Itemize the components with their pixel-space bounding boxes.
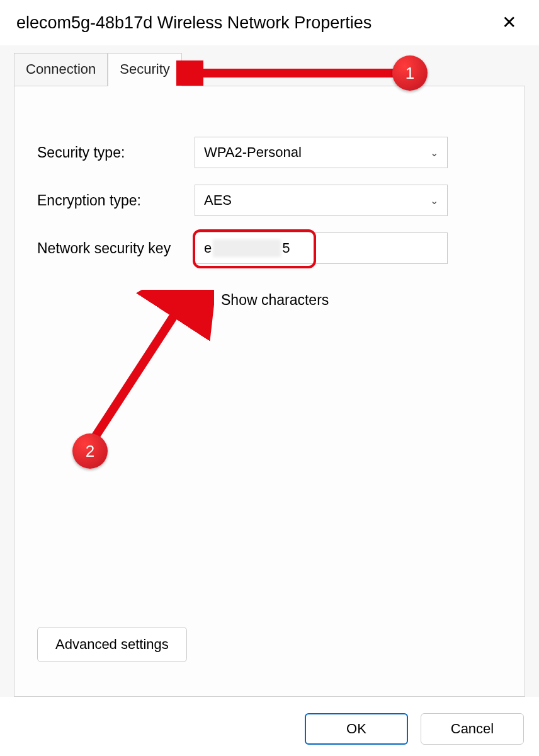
tab-container: Connection Security Security type: WPA2-…: [0, 45, 539, 697]
security-type-label: Security type:: [37, 144, 195, 161]
row-security-type: Security type: WPA2-Personal ⌄: [37, 137, 502, 168]
tab-connection[interactable]: Connection: [14, 53, 108, 86]
advanced-settings-button[interactable]: Advanced settings: [37, 627, 187, 662]
network-key-prefix: e: [204, 240, 212, 256]
row-network-key: Network security key e 5: [37, 232, 502, 264]
tabs: Connection Security: [0, 53, 539, 86]
network-key-label: Network security key: [37, 240, 195, 257]
chevron-down-icon: ⌄: [430, 147, 438, 159]
cancel-button[interactable]: Cancel: [421, 713, 524, 745]
annotation-badge-1: 1: [392, 55, 428, 91]
security-panel: Security type: WPA2-Personal ⌄ Encryptio…: [14, 86, 525, 697]
encryption-type-value: AES: [204, 192, 232, 209]
window-title: elecom5g-48b17d Wireless Network Propert…: [16, 13, 372, 33]
network-key-input[interactable]: e 5: [195, 232, 448, 264]
row-show-characters: ✓ Show characters: [195, 290, 502, 309]
show-characters-checkbox[interactable]: ✓: [195, 290, 213, 309]
checkmark-icon: ✓: [199, 294, 210, 306]
row-encryption-type: Encryption type: AES ⌄: [37, 185, 502, 216]
titlebar: elecom5g-48b17d Wireless Network Propert…: [0, 0, 539, 45]
security-type-value: WPA2-Personal: [204, 144, 302, 161]
ok-button[interactable]: OK: [305, 713, 408, 745]
dialog-footer: OK Cancel: [305, 713, 524, 745]
encryption-type-label: Encryption type:: [37, 192, 195, 209]
network-key-suffix: 5: [282, 240, 290, 256]
security-type-select[interactable]: WPA2-Personal ⌄: [195, 137, 448, 168]
encryption-type-select[interactable]: AES ⌄: [195, 185, 448, 216]
network-key-redacted: [213, 239, 281, 257]
chevron-down-icon: ⌄: [430, 195, 438, 207]
show-characters-label: Show characters: [221, 292, 329, 309]
tab-security[interactable]: Security: [108, 53, 181, 86]
annotation-badge-2: 2: [72, 433, 108, 469]
close-icon[interactable]: ✕: [497, 11, 521, 34]
